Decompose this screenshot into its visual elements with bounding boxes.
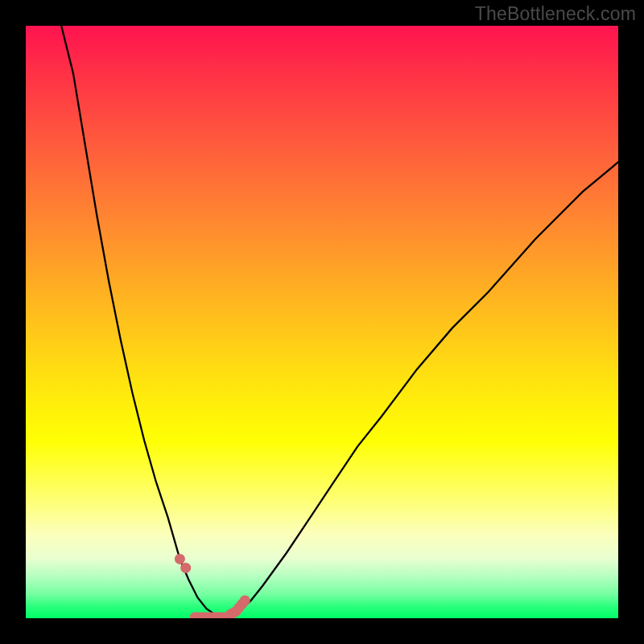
marker-dot-group: [175, 554, 250, 618]
bottleneck-curve: [61, 26, 618, 617]
chart-frame: TheBottleneck.com: [0, 0, 644, 644]
marker-dot: [175, 554, 185, 564]
watermark-text: TheBottleneck.com: [475, 3, 636, 25]
curve-svg: [26, 26, 618, 618]
marker-dot: [180, 563, 191, 573]
marker-dot: [240, 595, 250, 605]
plot-area: [26, 26, 618, 618]
